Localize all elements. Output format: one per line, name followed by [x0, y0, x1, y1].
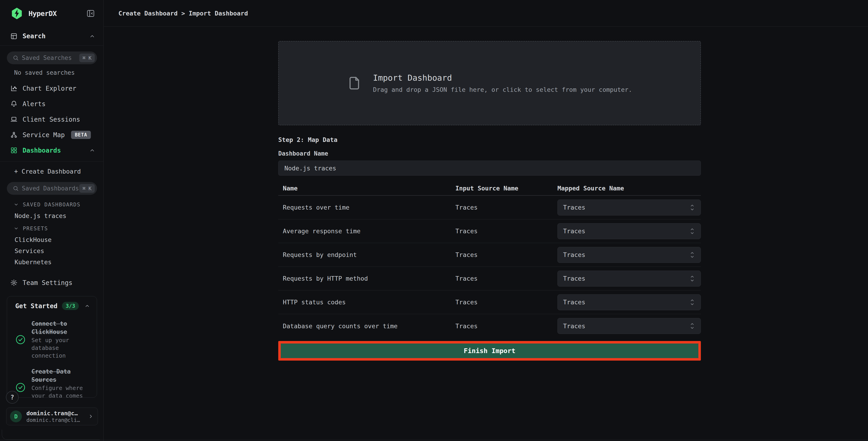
sidebar: HyperDX Search ⌘ K No saved searches [0, 0, 103, 441]
chevron-updown-icon [689, 227, 695, 236]
input-source: Traces [456, 275, 557, 282]
check-circle-icon [15, 382, 26, 393]
import-dropzone[interactable]: Import Dashboard Drag and drop a JSON fi… [278, 41, 701, 125]
click-highlight-annotation: Finish Import [278, 341, 701, 361]
mapped-source-select[interactable]: Traces [557, 271, 701, 287]
group-label-text: PRESETS [23, 226, 48, 231]
sidebar-section-label: Dashboards [23, 147, 89, 154]
sidebar-item-label: Client Sessions [23, 116, 80, 123]
saved-dashboards-group[interactable]: SAVED DASHBOARDS [0, 199, 103, 210]
step-label: Step 2: Map Data [278, 136, 701, 143]
beta-badge: BETA [71, 131, 91, 139]
chevron-updown-icon [689, 251, 695, 260]
mapped-source-select[interactable]: Traces [557, 247, 701, 263]
saved-dashboards-input[interactable] [22, 185, 79, 192]
user-name: dominic.tran@c… [26, 410, 88, 417]
chart-explorer-icon [10, 85, 18, 92]
user-menu[interactable]: D dominic.tran@c… dominic.tran@cli… [6, 408, 98, 425]
chart-name: Requests by HTTP method [283, 275, 456, 282]
step-desc: Set up your database connection [31, 336, 90, 360]
get-started-step: Connect to ClickHouse Set up your databa… [7, 320, 97, 360]
sidebar-item-label: Chart Explorer [23, 85, 76, 92]
check-circle-icon [15, 334, 26, 345]
selected-value: Traces [563, 204, 689, 211]
chart-name: Requests over time [283, 204, 456, 211]
help-button[interactable]: ? [6, 391, 19, 404]
mapped-source-select[interactable]: Traces [557, 223, 701, 239]
keyboard-shortcut: ⌘ K [79, 54, 95, 62]
get-started-step: Create Data Sources Configure where your… [7, 368, 97, 398]
table-header-row: Name Input Source Name Mapped Source Nam… [278, 181, 701, 196]
sidebar-item-service-map[interactable]: Service Map BETA [0, 127, 103, 143]
table-row: Requests by endpoint Traces Traces [278, 243, 701, 267]
avatar: D [10, 410, 22, 422]
chart-name: HTTP status codes [283, 299, 456, 306]
create-dashboard-button[interactable]: + Create Dashboard [0, 164, 103, 178]
plus-icon: + [14, 168, 18, 175]
chart-name: Average response time [283, 228, 456, 235]
sidebar-item-alerts[interactable]: Alerts [0, 96, 103, 112]
saved-dashboards-search[interactable]: ⌘ K [7, 182, 97, 195]
dashboard-name-input[interactable] [278, 160, 701, 176]
dashboards-grid-icon [10, 147, 18, 154]
progress-badge: 3/3 [62, 302, 79, 310]
chevron-up-icon [89, 33, 95, 39]
sidebar-section-search[interactable]: Search [0, 27, 103, 46]
input-source: Traces [456, 299, 557, 306]
gear-icon [10, 279, 18, 286]
selected-value: Traces [563, 251, 689, 258]
collapse-sidebar-icon[interactable] [86, 9, 95, 18]
preset-link[interactable]: ClickHouse [0, 234, 103, 245]
sidebar-section-dashboards[interactable]: Dashboards [0, 143, 103, 158]
chevron-up-icon [89, 147, 95, 153]
no-saved-searches-text: No saved searches [0, 69, 103, 76]
service-map-icon [10, 131, 18, 139]
topbar: Create Dashboard > Import Dashboard [104, 0, 868, 27]
sidebar-item-label: Alerts [23, 100, 45, 108]
step-title: Create Data Sources [31, 368, 90, 384]
preset-link[interactable]: Kubernetes [0, 257, 103, 268]
chevron-up-icon [85, 303, 90, 308]
search-icon [13, 55, 19, 61]
breadcrumb: Create Dashboard > Import Dashboard [118, 10, 248, 17]
laptop-icon [10, 116, 18, 123]
presets-group[interactable]: PRESETS [0, 223, 103, 234]
user-email: dominic.tran@cli… [26, 417, 88, 423]
input-source: Traces [456, 204, 557, 211]
file-icon [347, 74, 362, 92]
finish-import-button[interactable]: Finish Import [281, 344, 699, 358]
sidebar-item-team-settings[interactable]: Team Settings [0, 275, 103, 290]
sidebar-item-label: Team Settings [23, 279, 72, 287]
saved-searches-search[interactable]: ⌘ K [7, 52, 97, 64]
table-row: Requests over time Traces Traces [278, 196, 701, 219]
bell-icon [10, 100, 18, 108]
sidebar-section-label: Search [23, 32, 89, 40]
chevron-updown-icon [689, 298, 695, 307]
search-section-icon [10, 33, 18, 40]
sidebar-item-client-sessions[interactable]: Client Sessions [0, 112, 103, 127]
mapped-source-select[interactable]: Traces [557, 200, 701, 215]
sidebar-item-chart-explorer[interactable]: Chart Explorer [0, 81, 103, 96]
step-title: Connect to ClickHouse [31, 320, 90, 336]
selected-value: Traces [563, 275, 689, 282]
chevron-updown-icon [689, 274, 695, 283]
main-content: Import Dashboard Drag and drop a JSON fi… [278, 27, 701, 361]
group-label-text: SAVED DASHBOARDS [23, 202, 81, 207]
mapping-table: Name Input Source Name Mapped Source Nam… [278, 181, 701, 338]
mapped-source-select[interactable]: Traces [557, 318, 701, 334]
dropzone-description: Drag and drop a JSON file here, or click… [373, 86, 632, 93]
get-started-header[interactable]: Get Started 3/3 [7, 296, 97, 316]
preset-link[interactable]: Services [0, 245, 103, 257]
keyboard-shortcut: ⌘ K [79, 184, 95, 193]
input-source: Traces [456, 228, 557, 235]
chart-name: Requests by endpoint [283, 251, 456, 258]
chevron-down-icon [14, 226, 19, 231]
saved-searches-input[interactable] [22, 54, 79, 61]
chevron-updown-icon [689, 321, 695, 330]
selected-value: Traces [563, 228, 689, 235]
mapped-source-select[interactable]: Traces [557, 294, 701, 310]
table-row: Database query counts over time Traces T… [278, 314, 701, 338]
saved-dashboard-link[interactable]: Node.js traces [0, 210, 103, 222]
column-header: Name [283, 185, 456, 192]
divider [0, 161, 103, 161]
